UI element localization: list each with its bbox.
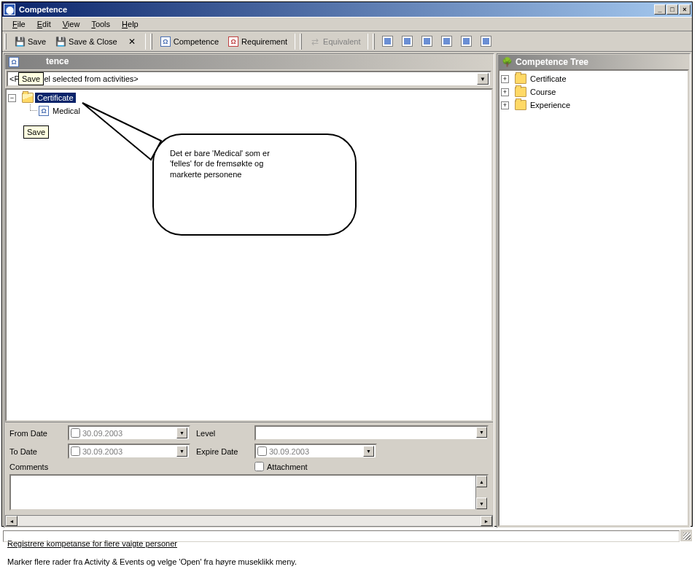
scroll-down-icon[interactable]: ▼ [476,498,487,509]
status-cell [3,530,680,542]
requirement-icon: Ω [228,36,239,47]
right-panel: 🌳 Competence Tree + Certificate + Course [497,53,691,528]
menu-view[interactable]: View [57,18,86,30]
chevron-down-icon[interactable]: ▼ [476,427,487,438]
requirement-label: Requirement [241,37,287,46]
view-icon [421,36,432,47]
competence-icon: Ω [160,36,171,47]
competence-icon: Ω [39,106,49,116]
menu-edit[interactable]: Edit [31,18,57,30]
personnel-selector-row: <Personnel selected from activities> ▼ [5,69,493,88]
folder-open-icon [22,93,34,103]
left-panel-header: Ω Competence [5,55,493,69]
level-label: Level [196,429,249,438]
to-date-value: 30.09.2003 [82,447,174,456]
tree-row[interactable]: + Experience [501,98,686,112]
scrollbar-v[interactable]: ▲ ▼ [475,476,487,509]
toolbar-handle [300,34,302,50]
resize-grip[interactable] [680,530,692,541]
equivalent-label: Equivalent [323,37,360,46]
view-button-2[interactable] [398,34,416,50]
expire-date-field[interactable]: 30.09.2003 ▼ [254,444,377,459]
scroll-right-icon[interactable]: ► [481,516,492,526]
close-button[interactable]: × [679,4,691,15]
delete-button[interactable]: ✕ [122,34,141,50]
tree-line [30,104,37,111]
to-date-field[interactable]: 30.09.2003 ▼ [68,444,190,459]
tree-row[interactable]: + Course [501,85,686,98]
from-date-value: 30.09.2003 [82,429,174,438]
personnel-combo[interactable]: <Personnel selected from activities> ▼ [7,71,491,87]
requirement-button[interactable]: Ω Requirement [224,34,291,50]
scroll-left-icon[interactable]: ◄ [6,516,18,526]
floppy-icon: 💾 [55,36,66,47]
tree-label[interactable]: Experience [528,100,572,110]
titlebar: ⬤ Competence _ □ × [2,2,692,17]
annotation-callout: Det er bare 'Medical' som er 'felles' fo… [152,134,357,236]
to-date-label: To Date [9,447,62,456]
status-bar [2,530,692,543]
maximize-button[interactable]: □ [666,4,678,15]
view-button-1[interactable] [378,34,397,50]
view-icon [402,36,413,47]
view-button-4[interactable] [438,34,456,50]
view-button-3[interactable] [418,34,436,50]
form-area: From Date 30.09.2003 ▼ Level ▼ To Date 3… [5,422,493,514]
tree-label-certificate[interactable]: Certificate [35,93,76,103]
chevron-down-icon[interactable]: ▼ [176,428,187,438]
attachment-checkbox[interactable] [254,462,264,471]
tree-label[interactable]: Course [528,87,558,97]
folder-icon [515,74,526,84]
save-label: Save [28,37,46,46]
save-button[interactable]: 💾 Save [10,34,50,50]
expand-icon[interactable]: + [501,101,509,109]
save-close-label: Save & Close [69,37,117,46]
comments-field[interactable]: ▲ ▼ [9,474,489,511]
window-title: Competence [18,5,654,14]
separator [145,34,146,50]
tree-label[interactable]: Certificate [528,74,569,84]
menu-help[interactable]: Help [116,18,144,30]
toolbar-handle [4,34,7,50]
comments-textarea[interactable] [11,476,475,509]
view-button-6[interactable] [477,34,495,50]
equivalent-button: ⇄ Equivalent [306,34,364,50]
competence-button[interactable]: Ω Competence [156,34,222,50]
left-panel: Ω Competence Save <Personnel selected fr… [4,53,494,528]
view-button-5[interactable] [457,34,475,50]
folder-icon [515,100,526,110]
expire-date-value: 30.09.2003 [269,447,361,456]
right-panel-header: 🌳 Competence Tree [498,55,689,69]
attachment-label: Attachment [267,463,308,471]
right-panel-title: Competence Tree [516,57,588,67]
personnel-combo-text: <Personnel selected from activities> [9,74,477,83]
to-date-checkbox[interactable] [71,446,80,456]
minimize-button[interactable]: _ [654,4,666,15]
tree-label-medical[interactable]: Medical [50,106,82,116]
scroll-track[interactable] [18,516,481,526]
tree-icon: 🌳 [501,56,513,68]
expand-icon[interactable]: + [501,75,509,83]
from-date-checkbox[interactable] [71,428,80,438]
chevron-down-icon[interactable]: ▼ [363,446,374,457]
competence-label: Competence [174,37,219,46]
expand-icon[interactable]: + [501,88,509,96]
h-scrollbar[interactable]: ◄ ► [5,515,493,527]
chevron-down-icon[interactable]: ▼ [176,446,187,457]
x-icon: ✕ [126,36,138,47]
chevron-down-icon[interactable]: ▼ [477,73,489,85]
collapse-icon[interactable]: − [8,94,16,102]
level-field[interactable]: ▼ [254,425,489,441]
attachment-row: Attachment [254,462,489,471]
expire-date-label: Expire Date [196,447,249,456]
from-date-field[interactable]: 30.09.2003 ▼ [68,425,190,441]
tree-row[interactable]: + Certificate [501,72,686,85]
expire-date-checkbox[interactable] [257,446,267,456]
floppy-icon: 💾 [14,36,26,47]
scroll-up-icon[interactable]: ▲ [476,476,487,487]
callout-line2: 'felles' for de fremsøkte og [170,158,339,169]
save-close-button[interactable]: 💾 Save & Close [51,34,121,50]
menu-tools[interactable]: Tools [85,18,116,30]
menu-file[interactable]: File [7,18,31,30]
right-tree[interactable]: + Certificate + Course + Experience [498,69,689,527]
